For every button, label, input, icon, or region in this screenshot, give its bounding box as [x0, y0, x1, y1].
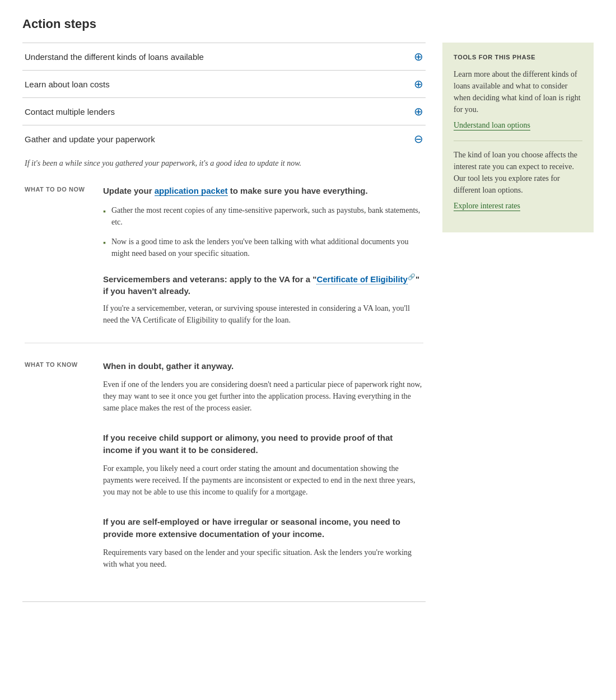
what-to-do-bullets: Gather the most recent copies of any tim… [103, 204, 423, 259]
page-wrapper: Action steps Understand the different ki… [22, 17, 594, 602]
accordion-body-4: If it's been a while since you gathered … [22, 152, 426, 601]
accordion-item-1: Understand the different kinds of loans … [22, 43, 426, 70]
section-divider [25, 343, 423, 343]
va-heading: Servicemembers and veterans: apply to th… [103, 273, 423, 297]
va-block: Servicemembers and veterans: apply to th… [103, 273, 423, 326]
know-body-2: For example, you likely need a court ord… [103, 463, 423, 498]
what-to-do-block: WHAT TO DO NOW Update your application p… [25, 179, 423, 326]
know-item-1: When in doubt, gather it anyway. Even if… [103, 360, 423, 414]
sidebar-divider [454, 141, 582, 141]
certificate-eligibility-link[interactable]: Certificate of Eligibility [316, 274, 408, 284]
accordion-label-3: Contact multiple lenders [25, 107, 115, 116]
heading-suffix: to make sure you have everything. [228, 186, 368, 195]
sidebar-intro-text: Learn more about the different kinds of … [454, 68, 582, 115]
bullet-item-2: Now is a good time to ask the lenders yo… [103, 236, 423, 259]
accordion-plus-icon-1: ⊕ [414, 51, 423, 62]
what-to-know-label-col: WHAT TO KNOW [25, 360, 92, 588]
what-to-do-content: Update your application packet to make s… [103, 185, 423, 326]
accordion-label-4: Gather and update your paperwork [25, 134, 155, 144]
accordion-item-3: Contact multiple lenders ⊕ [22, 97, 426, 125]
know-body-3: Requirements vary based on the lender an… [103, 547, 423, 570]
accordion-plus-icon-2: ⊕ [414, 78, 423, 90]
accordion-label-2: Learn about loan costs [25, 80, 110, 89]
accordion-header-1[interactable]: Understand the different kinds of loans … [22, 43, 426, 70]
application-packet-link[interactable]: application packet [155, 186, 228, 196]
know-heading-1: When in doubt, gather it anyway. [103, 360, 423, 373]
sidebar-section2-text: The kind of loan you choose affects the … [454, 149, 582, 196]
what-to-do-label-col: WHAT TO DO NOW [25, 185, 92, 326]
sidebar-title: TOOLS FOR THIS PHASE [454, 54, 582, 60]
know-item-3: If you are self-employed or have irregul… [103, 516, 423, 570]
va-body-text: If you're a servicemember, veteran, or s… [103, 302, 423, 326]
what-to-know-label: WHAT TO KNOW [25, 361, 78, 368]
know-heading-3: If you are self-employed or have irregul… [103, 516, 423, 541]
know-heading-2: If you receive child support or alimony,… [103, 432, 423, 457]
accordion-item-4: Gather and update your paperwork ⊖ If it… [22, 125, 426, 602]
page-title: Action steps [22, 17, 594, 31]
accordion-plus-icon-3: ⊕ [414, 106, 423, 117]
know-item-2: If you receive child support or alimony,… [103, 432, 423, 498]
what-to-know-content: When in doubt, gather it anyway. Even if… [103, 360, 423, 588]
understand-loan-options-link[interactable]: Understand loan options [454, 121, 530, 130]
what-to-know-block: WHAT TO KNOW When in doubt, gather it an… [25, 354, 423, 588]
what-to-do-label: WHAT TO DO NOW [25, 186, 85, 193]
main-content: Understand the different kinds of loans … [22, 43, 426, 602]
sidebar: TOOLS FOR THIS PHASE Learn more about th… [442, 43, 594, 232]
accordion-intro-text: If it's been a while since you gathered … [25, 159, 423, 168]
accordion-minus-icon-4: ⊖ [414, 133, 423, 144]
main-layout: Understand the different kinds of loans … [22, 43, 594, 602]
accordion-header-2[interactable]: Learn about loan costs ⊕ [22, 71, 426, 97]
accordion: Understand the different kinds of loans … [22, 43, 426, 602]
heading-prefix: Update your [103, 186, 155, 195]
accordion-label-1: Understand the different kinds of loans … [25, 52, 204, 62]
va-heading-prefix: Servicemembers and veterans: apply to th… [103, 274, 316, 284]
what-to-do-heading: Update your application packet to make s… [103, 185, 423, 197]
bullet-item-1: Gather the most recent copies of any tim… [103, 204, 423, 228]
explore-interest-rates-link[interactable]: Explore interest rates [454, 202, 520, 211]
know-body-1: Even if one of the lenders you are consi… [103, 379, 423, 414]
accordion-header-3[interactable]: Contact multiple lenders ⊕ [22, 98, 426, 125]
accordion-header-4[interactable]: Gather and update your paperwork ⊖ [22, 125, 426, 152]
accordion-item-2: Learn about loan costs ⊕ [22, 70, 426, 97]
external-link-icon: 🔗 [408, 273, 416, 280]
